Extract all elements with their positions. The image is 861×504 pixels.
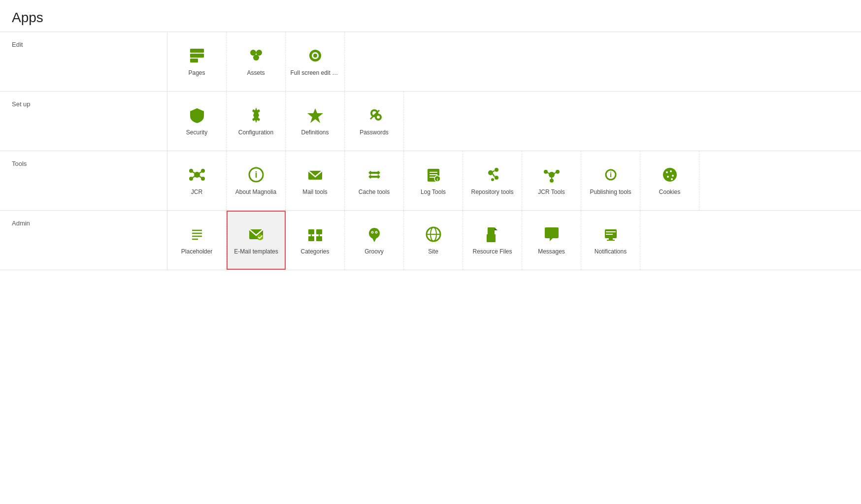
svg-rect-85 xyxy=(609,238,613,240)
log-icon: i xyxy=(424,165,443,185)
svg-rect-31 xyxy=(430,172,437,173)
svg-point-51 xyxy=(663,168,677,182)
svg-rect-29 xyxy=(370,176,378,178)
passwords-icon xyxy=(364,105,384,125)
svg-point-37 xyxy=(495,168,498,172)
app-item-about-magnolia[interactable]: i About Magnolia xyxy=(227,151,286,210)
resource-files-icon xyxy=(483,224,502,244)
svg-point-53 xyxy=(670,170,672,172)
svg-text:i: i xyxy=(255,170,257,180)
app-item-jcr[interactable]: JCR xyxy=(167,151,227,210)
svg-text:i: i xyxy=(436,177,437,182)
app-label-email-templates: E-Mail templates xyxy=(234,248,278,256)
svg-point-69 xyxy=(369,228,380,239)
cookies-icon xyxy=(660,165,680,185)
section-tools: Tools JCR i About Magnolia Mail tools Ca… xyxy=(0,151,861,211)
app-label-cookies: Cookies xyxy=(659,189,680,196)
section-label-admin: Admin xyxy=(0,211,167,270)
app-item-assets[interactable]: Assets xyxy=(227,32,286,91)
app-item-passwords[interactable]: Passwords xyxy=(345,92,404,151)
svg-rect-2 xyxy=(190,59,198,63)
app-item-notifications[interactable]: Notifications xyxy=(581,211,640,270)
svg-rect-66 xyxy=(316,236,322,241)
app-item-groovy[interactable]: Groovy xyxy=(345,211,404,270)
definitions-icon xyxy=(305,105,325,125)
app-item-fullscreen[interactable]: Full screen edit (for M... xyxy=(286,32,345,91)
svg-point-54 xyxy=(672,175,674,177)
app-label-passwords: Passwords xyxy=(360,129,389,137)
svg-rect-28 xyxy=(370,172,378,174)
svg-rect-83 xyxy=(606,231,616,232)
app-item-site[interactable]: Site xyxy=(404,211,463,270)
svg-point-55 xyxy=(667,176,669,178)
app-label-jcr-tools: JCR Tools xyxy=(538,189,564,196)
categories-icon xyxy=(305,224,325,244)
configuration-icon xyxy=(246,105,266,125)
section-items-admin: Placeholder E-Mail templates Categories … xyxy=(167,211,861,270)
assets-icon xyxy=(246,46,266,65)
section-label-tools: Tools xyxy=(0,151,167,210)
app-item-mail-tools[interactable]: Mail tools xyxy=(286,151,345,210)
app-label-jcr: JCR xyxy=(191,189,202,196)
section-edit: Edit Pages Assets Full screen edit (for … xyxy=(0,32,861,92)
app-label-publishing-tools: Publishing tools xyxy=(590,189,631,196)
svg-rect-64 xyxy=(316,229,322,234)
app-item-cache-tools[interactable]: Cache tools xyxy=(345,151,404,210)
pages-icon xyxy=(187,46,207,65)
app-item-definitions[interactable]: Definitions xyxy=(286,92,345,151)
app-item-email-templates[interactable]: E-Mail templates xyxy=(227,211,286,270)
email-templates-icon xyxy=(246,224,266,244)
app-label-definitions: Definitions xyxy=(301,129,329,137)
app-item-log-tools[interactable]: i Log Tools xyxy=(404,151,463,210)
app-item-publishing-tools[interactable]: i Publishing tools xyxy=(581,151,640,210)
jcr-icon xyxy=(187,165,207,185)
section-items-edit: Pages Assets Full screen edit (for M... xyxy=(167,32,861,91)
page-header: Apps xyxy=(0,0,861,32)
site-icon xyxy=(424,224,443,244)
app-label-security: Security xyxy=(186,129,207,137)
repository-icon xyxy=(483,165,502,185)
svg-rect-63 xyxy=(308,229,314,234)
app-label-categories: Categories xyxy=(300,248,329,256)
app-item-security[interactable]: Security xyxy=(167,92,227,151)
app-item-repository-tools[interactable]: Repository tools xyxy=(463,151,522,210)
svg-rect-32 xyxy=(430,174,437,175)
app-item-cookies[interactable]: Cookies xyxy=(640,151,699,210)
svg-point-14 xyxy=(377,116,380,119)
app-item-categories[interactable]: Categories xyxy=(286,211,345,270)
section-label-setup: Set up xyxy=(0,92,167,151)
app-item-jcr-tools[interactable]: JCR Tools xyxy=(522,151,581,210)
app-item-resource-files[interactable]: Resource Files xyxy=(463,211,522,270)
section-setup: Set up Security Configuration Definition… xyxy=(0,92,861,151)
svg-rect-1 xyxy=(190,54,204,58)
svg-point-41 xyxy=(491,178,494,181)
section-admin: Admin Placeholder E-Mail templates Categ… xyxy=(0,211,861,270)
section-items-tools: JCR i About Magnolia Mail tools Cache to… xyxy=(167,151,861,210)
app-item-placeholder[interactable]: Placeholder xyxy=(167,211,227,270)
placeholder-icon xyxy=(187,224,207,244)
svg-line-40 xyxy=(493,174,495,177)
section-items-setup: Security Configuration Definitions Passw… xyxy=(167,92,861,151)
app-label-site: Site xyxy=(428,248,438,256)
svg-rect-81 xyxy=(487,234,496,242)
app-item-configuration[interactable]: Configuration xyxy=(227,92,286,151)
app-label-mail-tools: Mail tools xyxy=(302,189,328,196)
app-item-pages[interactable]: Pages xyxy=(167,32,227,91)
svg-point-38 xyxy=(495,176,498,180)
security-icon xyxy=(187,105,207,125)
cache-icon xyxy=(364,165,384,185)
mail-icon xyxy=(305,165,325,185)
notifications-icon xyxy=(601,224,621,244)
svg-marker-79 xyxy=(495,227,497,230)
app-label-about-magnolia: About Magnolia xyxy=(235,189,276,196)
app-label-assets: Assets xyxy=(247,69,265,77)
app-label-log-tools: Log Tools xyxy=(421,189,446,196)
app-label-fullscreen: Full screen edit (for M... xyxy=(291,69,340,77)
svg-point-8 xyxy=(313,54,317,58)
app-label-messages: Messages xyxy=(538,248,565,256)
svg-line-39 xyxy=(493,171,495,172)
svg-rect-86 xyxy=(607,240,615,241)
app-item-messages[interactable]: Messages xyxy=(522,211,581,270)
svg-marker-70 xyxy=(372,238,376,242)
app-label-groovy: Groovy xyxy=(364,248,384,256)
